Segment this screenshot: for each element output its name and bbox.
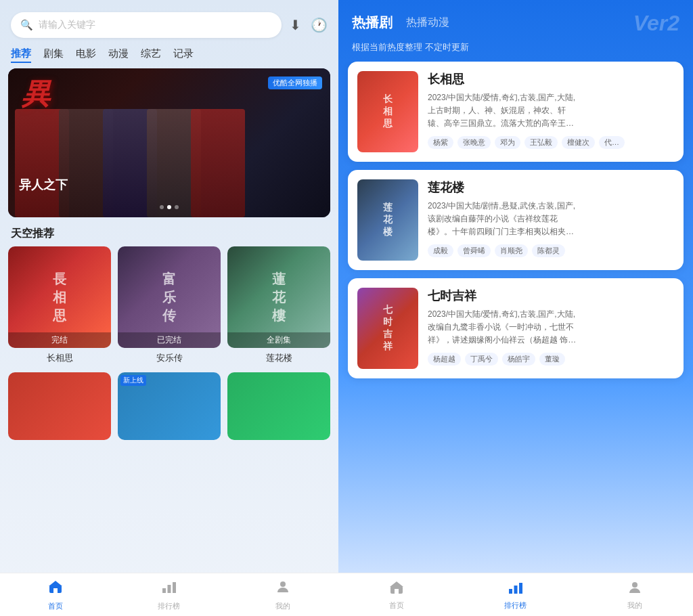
svg-rect-2 bbox=[53, 588, 58, 593]
more-card-bg-3 bbox=[227, 372, 330, 440]
svg-rect-9 bbox=[395, 589, 399, 594]
drama-poster-2: 莲 花 楼 bbox=[357, 179, 418, 261]
search-placeholder: 请输入关键字 bbox=[39, 19, 95, 31]
left-nav-home[interactable]: 首页 bbox=[47, 579, 64, 611]
drama-meta-3: 2023/中国大陆/爱情,奇幻,古装,国产,大陆, 改编自九鹭非香小说《一时冲动… bbox=[428, 308, 674, 347]
drama-title-2: 莲花楼 bbox=[428, 179, 674, 196]
drama-card-1[interactable]: 长 相 思 长相思 2023/中国大陆/爱情,奇幻,古装,国产,大陆, 上古时期… bbox=[348, 62, 684, 162]
more-card-1[interactable] bbox=[8, 372, 111, 440]
history-icon[interactable]: 🕐 bbox=[311, 17, 328, 33]
left-panel: 🔍 请输入关键字 ⬇ 🕐 推荐 剧集 电影 动漫 综艺 记录 異 异人之下 优酷… bbox=[0, 0, 338, 616]
ver-badge: Ver2 bbox=[633, 11, 679, 36]
right-nav-home[interactable]: 首页 bbox=[388, 579, 405, 611]
right-tab-drama[interactable]: 热播剧 bbox=[352, 14, 393, 32]
right-nav-rank[interactable]: 排行榜 bbox=[504, 579, 527, 611]
tab-anime[interactable]: 动漫 bbox=[108, 47, 129, 63]
sky-card-text-2: 富 乐 传 bbox=[162, 270, 176, 325]
svg-rect-12 bbox=[519, 583, 522, 594]
right-panel: 热播剧 热播动漫 Ver2 根据当前热度整理 不定时更新 长 相 思 长相思 2… bbox=[338, 0, 693, 616]
sky-card-label-2: 已完结 bbox=[118, 332, 221, 348]
tab-recommend[interactable]: 推荐 bbox=[11, 47, 31, 63]
right-home-icon bbox=[388, 579, 405, 598]
more-card-3[interactable] bbox=[227, 372, 330, 440]
search-actions: ⬇ 🕐 bbox=[290, 17, 328, 33]
cast-tag: 邓为 bbox=[495, 136, 520, 149]
poster-text-3: 七 时 吉 祥 bbox=[383, 304, 393, 353]
banner-figure-5 bbox=[191, 109, 245, 217]
tab-movie[interactable]: 电影 bbox=[76, 47, 96, 63]
sky-card-label-3: 全剧集 bbox=[227, 332, 330, 348]
tab-record[interactable]: 记录 bbox=[173, 47, 194, 63]
sky-name-2: 安乐传 bbox=[118, 352, 221, 364]
cast-tag: 杨紫 bbox=[428, 136, 453, 149]
poster-text-2: 莲 花 楼 bbox=[383, 202, 393, 238]
nav-tabs: 推荐 剧集 电影 动漫 综艺 记录 bbox=[0, 45, 338, 68]
drama-cast-2: 成毅 曾舜晞 肖顺尧 陈都灵 bbox=[428, 244, 674, 257]
svg-rect-3 bbox=[162, 588, 166, 593]
mine-icon bbox=[275, 579, 291, 599]
cast-tag: 张晚意 bbox=[457, 136, 491, 149]
right-nav-mine-label: 我的 bbox=[627, 600, 642, 611]
cast-tag: 代… bbox=[599, 136, 625, 149]
sky-card-3[interactable]: 蓮 花 樓 全剧集 bbox=[227, 246, 330, 348]
cast-tag: 董璇 bbox=[539, 353, 565, 366]
left-nav-mine[interactable]: 我的 bbox=[275, 579, 291, 611]
svg-point-6 bbox=[280, 581, 286, 587]
drama-card-3[interactable]: 七 时 吉 祥 七时吉祥 2023/中国大陆/爱情,奇幻,古装,国产,大陆, 改… bbox=[348, 278, 684, 378]
download-icon[interactable]: ⬇ bbox=[290, 17, 301, 33]
cast-tag: 陈都灵 bbox=[532, 244, 565, 257]
sky-names: 长相思 安乐传 莲花楼 bbox=[0, 348, 338, 370]
sky-name-3: 莲花楼 bbox=[227, 352, 330, 364]
svg-point-13 bbox=[632, 582, 638, 588]
home-icon bbox=[47, 579, 64, 599]
right-rank-icon bbox=[508, 579, 524, 598]
rank-icon bbox=[161, 579, 177, 599]
sky-name-1: 长相思 bbox=[8, 352, 111, 364]
cast-tag: 成毅 bbox=[428, 244, 453, 257]
dot-1 bbox=[160, 205, 164, 209]
tab-drama[interactable]: 剧集 bbox=[43, 47, 64, 63]
svg-rect-5 bbox=[173, 582, 176, 593]
right-header: 热播剧 热播动漫 Ver2 bbox=[338, 0, 693, 39]
banner[interactable]: 異 异人之下 优酷全网独播 bbox=[8, 68, 330, 217]
right-nav-mine[interactable]: 我的 bbox=[627, 579, 643, 611]
cast-tag: 肖顺尧 bbox=[495, 244, 528, 257]
poster-text-1: 长 相 思 bbox=[383, 93, 393, 130]
cast-tag: 丁禹兮 bbox=[465, 353, 498, 366]
drama-meta-2: 2023/中国大陆/剧情,悬疑,武侠,古装,国产, 该剧改编自藤萍的小说《吉祥纹… bbox=[428, 200, 674, 239]
left-nav-rank[interactable]: 排行榜 bbox=[158, 579, 180, 611]
sky-recommend: 長 相 思 完结 富 乐 传 已完结 蓮 花 樓 全剧集 bbox=[0, 246, 338, 348]
left-nav-rank-label: 排行榜 bbox=[158, 601, 180, 611]
drama-poster-1: 长 相 思 bbox=[357, 71, 418, 152]
cast-tag: 檀健次 bbox=[562, 136, 595, 149]
more-card-bg-1 bbox=[8, 372, 111, 440]
left-bottom-nav: 首页 排行榜 我的 bbox=[0, 573, 338, 616]
banner-char: 異 bbox=[22, 75, 50, 113]
banner-figures bbox=[8, 68, 330, 217]
drama-card-2[interactable]: 莲 花 楼 莲花楼 2023/中国大陆/剧情,悬疑,武侠,古装,国产, 该剧改编… bbox=[348, 170, 684, 270]
svg-rect-4 bbox=[167, 585, 171, 593]
sky-card-text-3: 蓮 花 樓 bbox=[272, 270, 286, 325]
svg-rect-10 bbox=[509, 589, 512, 594]
left-nav-home-label: 首页 bbox=[48, 601, 63, 611]
right-subtitle: 根据当前热度整理 不定时更新 bbox=[338, 39, 693, 62]
more-card-tag-2: 新上线 bbox=[120, 375, 146, 386]
more-cards: 新上线 bbox=[0, 372, 338, 440]
sky-card-1[interactable]: 長 相 思 完结 bbox=[8, 246, 111, 348]
tab-variety[interactable]: 综艺 bbox=[141, 47, 161, 63]
sky-card-2[interactable]: 富 乐 传 已完结 bbox=[118, 246, 221, 348]
cast-tag: 杨皓宇 bbox=[502, 353, 535, 366]
drama-cast-1: 杨紫 张晚意 邓为 王弘毅 檀健次 代… bbox=[428, 136, 674, 149]
right-tab-anime[interactable]: 热播动漫 bbox=[406, 16, 449, 30]
cast-tag: 王弘毅 bbox=[524, 136, 558, 149]
banner-title: 异人之下 bbox=[19, 177, 68, 193]
dot-3 bbox=[175, 205, 179, 209]
dot-2 bbox=[167, 205, 171, 209]
drama-list: 长 相 思 长相思 2023/中国大陆/爱情,奇幻,古装,国产,大陆, 上古时期… bbox=[338, 62, 693, 616]
right-bottom-nav: 首页 排行榜 我的 bbox=[338, 573, 693, 616]
drama-meta-1: 2023/中国大陆/爱情,奇幻,古装,国产,大陆, 上古时期，人、神、妖混居，神… bbox=[428, 91, 674, 131]
more-card-2[interactable]: 新上线 bbox=[118, 372, 221, 440]
search-bar[interactable]: 🔍 请输入关键字 bbox=[11, 12, 282, 38]
cast-tag: 杨超越 bbox=[428, 353, 461, 366]
right-nav-home-label: 首页 bbox=[389, 600, 404, 611]
